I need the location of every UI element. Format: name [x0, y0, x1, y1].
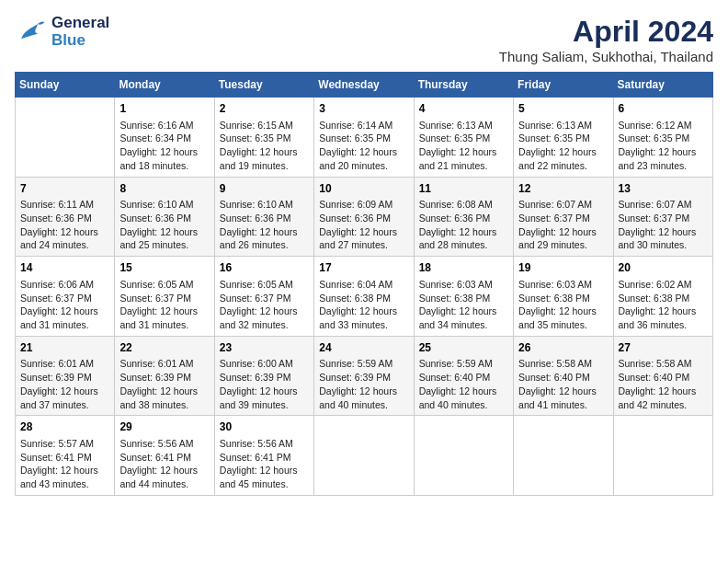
calendar-cell: 18 Sunrise: 6:03 AM Sunset: 6:38 PM Dayl…: [414, 257, 513, 337]
sunrise: Sunrise: 6:10 AM: [119, 198, 209, 212]
day-number: 9: [220, 181, 309, 197]
sunset: Sunset: 6:39 PM: [119, 371, 209, 385]
page-header: General Blue April 2024 Thung Saliam, Su…: [15, 15, 713, 64]
sunset: Sunset: 6:35 PM: [419, 132, 508, 145]
sunrise: Sunrise: 6:13 AM: [518, 119, 608, 132]
day-info: Sunrise: 5:59 AM Sunset: 6:39 PM Dayligh…: [319, 357, 408, 411]
sunrise: Sunrise: 6:07 AM: [518, 198, 608, 212]
sunrise: Sunrise: 5:57 AM: [20, 437, 109, 451]
day-info: Sunrise: 6:12 AM Sunset: 6:35 PM Dayligh…: [619, 119, 708, 173]
sunrise: Sunrise: 6:02 AM: [619, 278, 708, 292]
day-number: 20: [619, 260, 708, 276]
daylight: Daylight: 12 hours and 27 minutes.: [319, 225, 408, 252]
day-info: Sunrise: 6:01 AM Sunset: 6:39 PM Dayligh…: [119, 357, 209, 411]
sunrise: Sunrise: 5:56 AM: [119, 437, 209, 451]
weekday-header-wednesday: Wednesday: [314, 73, 414, 98]
day-info: Sunrise: 6:11 AM Sunset: 6:36 PM Dayligh…: [20, 198, 109, 252]
weekday-header-row: SundayMondayTuesdayWednesdayThursdayFrid…: [16, 73, 713, 98]
daylight: Daylight: 12 hours and 40 minutes.: [319, 385, 408, 411]
day-info: Sunrise: 5:58 AM Sunset: 6:40 PM Dayligh…: [619, 357, 708, 411]
sunset: Sunset: 6:35 PM: [220, 132, 309, 145]
daylight: Daylight: 12 hours and 20 minutes.: [319, 145, 408, 172]
day-number: 27: [619, 340, 708, 356]
sunset: Sunset: 6:39 PM: [220, 371, 309, 385]
sunset: Sunset: 6:36 PM: [220, 212, 309, 225]
sunrise: Sunrise: 6:11 AM: [20, 198, 109, 212]
daylight: Daylight: 12 hours and 41 minutes.: [518, 385, 608, 411]
day-number: 21: [20, 340, 109, 356]
sunrise: Sunrise: 5:58 AM: [518, 357, 608, 371]
sunrise: Sunrise: 5:59 AM: [419, 357, 508, 371]
calendar-cell: 19 Sunrise: 6:03 AM Sunset: 6:38 PM Dayl…: [514, 257, 613, 337]
day-number: 15: [119, 260, 209, 276]
day-info: Sunrise: 6:14 AM Sunset: 6:35 PM Dayligh…: [319, 119, 408, 173]
daylight: Daylight: 12 hours and 37 minutes.: [20, 385, 109, 411]
daylight: Daylight: 12 hours and 32 minutes.: [220, 304, 309, 331]
weekday-header-thursday: Thursday: [414, 73, 513, 98]
sunrise: Sunrise: 6:01 AM: [119, 357, 209, 371]
daylight: Daylight: 12 hours and 21 minutes.: [419, 145, 508, 172]
day-number: 17: [319, 260, 408, 276]
day-number: 25: [419, 340, 508, 356]
daylight: Daylight: 12 hours and 31 minutes.: [119, 304, 209, 331]
day-info: Sunrise: 6:04 AM Sunset: 6:38 PM Dayligh…: [319, 278, 408, 332]
sunrise: Sunrise: 6:00 AM: [220, 357, 309, 371]
day-info: Sunrise: 6:02 AM Sunset: 6:38 PM Dayligh…: [619, 278, 708, 332]
sunset: Sunset: 6:38 PM: [319, 292, 408, 305]
day-info: Sunrise: 6:05 AM Sunset: 6:37 PM Dayligh…: [119, 278, 209, 332]
location-title: Thung Saliam, Sukhothai, Thailand: [499, 49, 713, 64]
sunset: Sunset: 6:39 PM: [319, 371, 408, 385]
day-info: Sunrise: 6:03 AM Sunset: 6:38 PM Dayligh…: [518, 278, 608, 332]
day-info: Sunrise: 6:07 AM Sunset: 6:37 PM Dayligh…: [518, 198, 608, 252]
day-number: 7: [20, 181, 109, 197]
sunset: Sunset: 6:39 PM: [20, 371, 109, 385]
weekday-header-saturday: Saturday: [613, 73, 712, 98]
day-info: Sunrise: 6:00 AM Sunset: 6:39 PM Dayligh…: [220, 357, 309, 411]
calendar-cell: 2 Sunrise: 6:15 AM Sunset: 6:35 PM Dayli…: [214, 98, 313, 178]
sunset: Sunset: 6:41 PM: [119, 451, 209, 465]
daylight: Daylight: 12 hours and 33 minutes.: [319, 304, 408, 331]
sunrise: Sunrise: 6:09 AM: [319, 198, 408, 212]
sunset: Sunset: 6:37 PM: [119, 292, 209, 305]
calendar-cell: 14 Sunrise: 6:06 AM Sunset: 6:37 PM Dayl…: [16, 257, 115, 337]
day-info: Sunrise: 6:05 AM Sunset: 6:37 PM Dayligh…: [220, 278, 309, 332]
daylight: Daylight: 12 hours and 24 minutes.: [20, 225, 109, 252]
daylight: Daylight: 12 hours and 44 minutes.: [119, 464, 209, 490]
sunrise: Sunrise: 6:14 AM: [319, 119, 408, 132]
logo-text: General Blue: [51, 15, 109, 49]
day-number: 30: [220, 419, 309, 435]
daylight: Daylight: 12 hours and 43 minutes.: [20, 464, 109, 490]
day-info: Sunrise: 6:13 AM Sunset: 6:35 PM Dayligh…: [518, 119, 608, 173]
day-info: Sunrise: 6:10 AM Sunset: 6:36 PM Dayligh…: [119, 198, 209, 252]
calendar-cell: 17 Sunrise: 6:04 AM Sunset: 6:38 PM Dayl…: [314, 257, 414, 337]
calendar-cell: 25 Sunrise: 5:59 AM Sunset: 6:40 PM Dayl…: [414, 336, 513, 416]
day-number: 10: [319, 181, 408, 197]
sunset: Sunset: 6:37 PM: [619, 212, 708, 225]
sunrise: Sunrise: 6:12 AM: [619, 119, 708, 132]
calendar-cell: [16, 98, 115, 178]
sunrise: Sunrise: 6:10 AM: [220, 198, 309, 212]
title-block: April 2024 Thung Saliam, Sukhothai, Thai…: [499, 15, 713, 64]
day-number: 18: [419, 260, 508, 276]
week-row-1: 1 Sunrise: 6:16 AM Sunset: 6:34 PM Dayli…: [16, 98, 713, 178]
calendar-cell: [414, 416, 513, 496]
daylight: Daylight: 12 hours and 38 minutes.: [119, 385, 209, 411]
daylight: Daylight: 12 hours and 23 minutes.: [619, 145, 708, 172]
day-info: Sunrise: 6:01 AM Sunset: 6:39 PM Dayligh…: [20, 357, 109, 411]
sunset: Sunset: 6:40 PM: [619, 371, 708, 385]
calendar-cell: 27 Sunrise: 5:58 AM Sunset: 6:40 PM Dayl…: [613, 336, 712, 416]
sunset: Sunset: 6:38 PM: [419, 292, 508, 305]
daylight: Daylight: 12 hours and 30 minutes.: [619, 225, 708, 252]
sunset: Sunset: 6:38 PM: [518, 292, 608, 305]
calendar-cell: 8 Sunrise: 6:10 AM Sunset: 6:36 PM Dayli…: [115, 177, 214, 257]
day-number: 13: [619, 181, 708, 197]
logo-icon: [15, 16, 48, 49]
sunset: Sunset: 6:40 PM: [518, 371, 608, 385]
sunset: Sunset: 6:37 PM: [220, 292, 309, 305]
logo: General Blue: [15, 15, 109, 49]
day-info: Sunrise: 6:07 AM Sunset: 6:37 PM Dayligh…: [619, 198, 708, 252]
day-number: 29: [119, 419, 209, 435]
day-info: Sunrise: 6:09 AM Sunset: 6:36 PM Dayligh…: [319, 198, 408, 252]
sunrise: Sunrise: 6:16 AM: [119, 119, 209, 132]
daylight: Daylight: 12 hours and 25 minutes.: [119, 225, 209, 252]
